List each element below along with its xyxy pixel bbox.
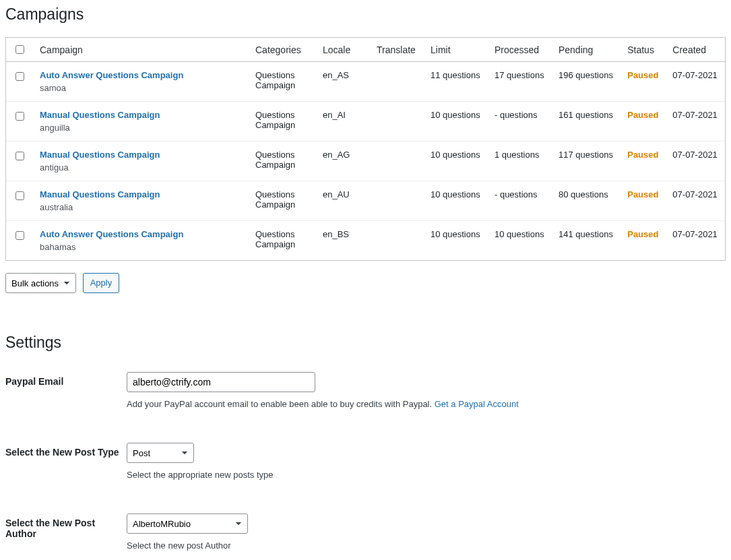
- campaigns-table-wrap: Campaign Categories Locale Translate Lim…: [5, 37, 726, 261]
- apply-button[interactable]: Apply: [83, 273, 120, 293]
- post-type-label: Select the New Post Type: [5, 443, 127, 458]
- cell-translate: [370, 142, 424, 181]
- settings-title: Settings: [5, 334, 726, 352]
- page-title: Campaigns: [5, 5, 726, 24]
- cell-processed: 10 questions: [488, 221, 552, 261]
- row-checkbox[interactable]: [15, 191, 24, 200]
- campaigns-table: Campaign Categories Locale Translate Lim…: [6, 38, 725, 260]
- cell-categories: QuestionsCampaign: [249, 221, 316, 261]
- cell-locale: en_AS: [316, 62, 370, 102]
- header-campaign[interactable]: Campaign: [33, 38, 249, 62]
- post-type-select[interactable]: Post: [127, 443, 194, 463]
- post-author-label: Select the New Post Author: [5, 514, 127, 539]
- header-limit[interactable]: Limit: [424, 38, 488, 62]
- bulk-actions-row: Bulk actions Apply: [5, 273, 726, 293]
- status-badge: Paused: [627, 189, 658, 199]
- campaign-sub: anguilla: [40, 123, 242, 133]
- table-row: Manual Questions CampaignaustraliaQuesti…: [6, 181, 725, 221]
- row-checkbox[interactable]: [15, 152, 24, 160]
- cell-limit: 10 questions: [424, 102, 488, 142]
- cell-processed: 1 questions: [488, 142, 552, 181]
- post-author-row: Select the New Post Author AlbertoMRubio…: [5, 514, 726, 551]
- cell-limit: 10 questions: [424, 142, 488, 181]
- campaign-sub: australia: [40, 202, 242, 212]
- table-row: Auto Answer Questions CampaignbahamasQue…: [6, 221, 725, 261]
- cell-locale: en_AU: [316, 181, 370, 221]
- cell-categories: QuestionsCampaign: [249, 142, 316, 181]
- row-checkbox[interactable]: [15, 231, 24, 240]
- cell-locale: en_BS: [316, 221, 370, 261]
- campaign-link[interactable]: Manual Questions Campaign: [40, 110, 160, 120]
- cell-limit: 10 questions: [424, 181, 488, 221]
- campaign-link[interactable]: Auto Answer Questions Campaign: [40, 70, 183, 80]
- post-type-help: Select the appropriate new posts type: [127, 470, 726, 480]
- cell-processed: - questions: [488, 181, 552, 221]
- cell-created: 07-07-2021: [666, 142, 725, 181]
- cell-translate: [370, 221, 424, 261]
- bulk-actions-select[interactable]: Bulk actions: [5, 273, 76, 293]
- paypal-email-row: Paypal Email Add your PayPal account ema…: [5, 372, 726, 409]
- cell-translate: [370, 102, 424, 142]
- header-checkbox: [6, 38, 33, 62]
- campaign-sub: bahamas: [40, 242, 242, 252]
- cell-created: 07-07-2021: [666, 181, 725, 221]
- status-badge: Paused: [627, 229, 658, 239]
- cell-translate: [370, 62, 424, 102]
- header-processed[interactable]: Processed: [488, 38, 552, 62]
- header-created[interactable]: Created: [666, 38, 725, 62]
- post-author-select[interactable]: AlbertoMRubio: [127, 514, 248, 534]
- row-checkbox[interactable]: [15, 112, 24, 121]
- cell-pending: 161 questions: [552, 102, 621, 142]
- campaign-link[interactable]: Manual Questions Campaign: [40, 189, 160, 199]
- paypal-email-input[interactable]: [127, 372, 315, 392]
- status-badge: Paused: [627, 70, 658, 80]
- post-type-row: Select the New Post Type Post Select the…: [5, 443, 726, 480]
- post-author-help: Select the new post Author: [127, 540, 726, 551]
- table-row: Manual Questions CampaignantiguaQuestion…: [6, 142, 725, 181]
- cell-pending: 117 questions: [552, 142, 621, 181]
- cell-categories: QuestionsCampaign: [249, 62, 316, 102]
- cell-created: 07-07-2021: [666, 221, 725, 261]
- campaign-sub: samoa: [40, 83, 242, 93]
- campaign-link[interactable]: Manual Questions Campaign: [40, 150, 160, 160]
- cell-created: 07-07-2021: [666, 102, 725, 142]
- paypal-email-label: Paypal Email: [5, 372, 127, 387]
- header-status[interactable]: Status: [621, 38, 666, 62]
- cell-locale: en_AG: [316, 142, 370, 181]
- cell-locale: en_AI: [316, 102, 370, 142]
- get-paypal-link[interactable]: Get a Paypal Account: [435, 399, 519, 409]
- table-row: Manual Questions CampaignanguillaQuestio…: [6, 102, 725, 142]
- cell-limit: 11 questions: [424, 62, 488, 102]
- header-translate[interactable]: Translate: [370, 38, 424, 62]
- cell-pending: 196 questions: [552, 62, 621, 102]
- cell-created: 07-07-2021: [666, 62, 725, 102]
- campaign-link[interactable]: Auto Answer Questions Campaign: [40, 229, 183, 239]
- cell-processed: - questions: [488, 102, 552, 142]
- cell-processed: 17 questions: [488, 62, 552, 102]
- header-categories[interactable]: Categories: [249, 38, 316, 62]
- campaign-sub: antigua: [40, 162, 242, 173]
- cell-limit: 10 questions: [424, 221, 488, 261]
- header-pending[interactable]: Pending: [552, 38, 621, 62]
- status-badge: Paused: [627, 110, 658, 120]
- paypal-email-help: Add your PayPal account email to enable …: [127, 399, 726, 409]
- cell-translate: [370, 181, 424, 221]
- cell-categories: QuestionsCampaign: [249, 102, 316, 142]
- row-checkbox[interactable]: [15, 72, 24, 81]
- cell-pending: 141 questions: [552, 221, 621, 261]
- cell-categories: QuestionsCampaign: [249, 181, 316, 221]
- paypal-help-text: Add your PayPal account email to enable …: [127, 399, 435, 409]
- select-all-checkbox[interactable]: [15, 45, 24, 54]
- header-locale[interactable]: Locale: [316, 38, 370, 62]
- table-row: Auto Answer Questions CampaignsamoaQuest…: [6, 62, 725, 102]
- status-badge: Paused: [627, 150, 658, 160]
- cell-pending: 80 questions: [552, 181, 621, 221]
